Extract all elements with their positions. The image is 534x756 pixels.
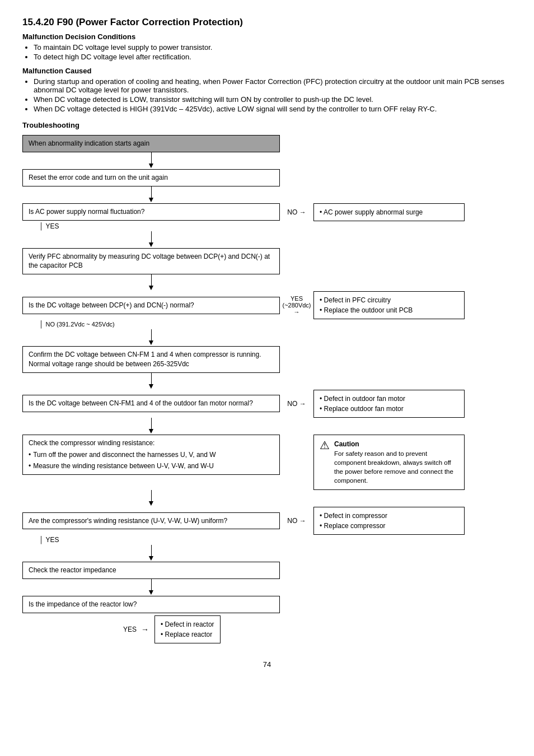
- caused-heading: Malfunction Caused: [22, 67, 512, 75]
- troubleshooting-section: Troubleshooting When abnormality indicat…: [22, 121, 512, 643]
- box-verify: Verify PFC abnormality by measuring DC v…: [22, 248, 280, 275]
- flow-row-dc: Is the DC voltage between DCP(+) and DCN…: [22, 291, 512, 319]
- troubleshooting-heading: Troubleshooting: [22, 121, 512, 129]
- decision-item-1: To maintain DC voltage level supply to p…: [34, 43, 512, 52]
- caution-label: Caution: [334, 440, 359, 448]
- label-no4: NO →: [280, 517, 313, 525]
- box-ac-question: Is AC power supply normal fluctuation?: [22, 203, 280, 221]
- decision-item-2: To detect high DC voltage level after re…: [34, 53, 512, 61]
- box-winding-question: Are the compressor's winding resistance …: [22, 512, 280, 530]
- label-no1: NO →: [280, 208, 313, 216]
- box-fan-question: Is the DC voltage between CN-FM1 and 4 o…: [22, 395, 280, 412]
- box-reset: Reset the error code and turn on the uni…: [22, 169, 280, 186]
- flow-row-ac: Is AC power supply normal fluctuation? N…: [22, 203, 512, 221]
- decision-heading: Malfunction Decision Conditions: [22, 32, 512, 41]
- box-dc-right: • Defect in PFC circuitry • Replace the …: [313, 291, 465, 319]
- box-fan-right: • Defect in outdoor fan motor • Replace …: [313, 390, 465, 418]
- yes-label-4: YES: [123, 626, 137, 633]
- caution-box: ⚠ Caution For safety reason and to preve…: [313, 435, 465, 490]
- flow-row-compressor-check: Check the compressor winding resistance:…: [22, 435, 512, 490]
- box-reactor-question: Is the impedance of the reactor low?: [22, 596, 280, 613]
- label-yes2: YES (~280Vdc) →: [280, 295, 313, 315]
- decision-conditions-section: Malfunction Decision Conditions To maint…: [22, 32, 512, 61]
- yes-label-3: │YES: [34, 535, 280, 545]
- page-number: 74: [22, 660, 512, 669]
- box-dc-question: Is the DC voltage between DCP(+) and DCN…: [22, 297, 280, 314]
- box-reactor-right: • Defect in reactor • Replace reactor: [154, 615, 221, 643]
- flow-row-fan: Is the DC voltage between CN-FM1 and 4 o…: [22, 390, 512, 418]
- no-label-2: │NO (391.2Vdc ~ 425Vdc): [34, 319, 280, 329]
- caused-item-2: When DC voltage detected is LOW, transis…: [34, 95, 512, 104]
- flow-row-reactor: YES → • Defect in reactor • Replace reac…: [22, 615, 512, 643]
- decision-list: To maintain DC voltage level supply to p…: [34, 43, 512, 61]
- flowchart: When abnormality indication starts again…: [22, 135, 512, 643]
- malfunction-caused-section: Malfunction Caused During startup and op…: [22, 67, 512, 113]
- caution-icon: ⚠: [320, 440, 330, 451]
- caused-item-3: When DC voltage detected is HIGH (391Vdc…: [34, 105, 512, 113]
- caution-text: For safety reason and to prevent compone…: [334, 450, 453, 484]
- box-ac-right: • AC power supply abnormal surge: [313, 203, 465, 221]
- label-no3: NO →: [280, 400, 313, 408]
- yes-label-1: │YES: [34, 221, 280, 231]
- caused-item-1: During startup and operation of cooling …: [34, 77, 512, 94]
- flow-row-winding: Are the compressor's winding resistance …: [22, 507, 512, 535]
- caused-list: During startup and operation of cooling …: [34, 77, 512, 113]
- box-start: When abnormality indication starts again: [22, 135, 280, 152]
- page-title: 15.4.20 F90 (Power Factor Correction Pro…: [22, 17, 512, 28]
- box-compressor-check: Check the compressor winding resistance:…: [22, 435, 280, 475]
- box-confirm: Confirm the DC voltage between CN-FM 1 a…: [22, 346, 280, 373]
- box-reactor-check: Check the reactor impedance: [22, 562, 280, 579]
- box-comp-right: • Defect in compressor • Replace compres…: [313, 507, 465, 535]
